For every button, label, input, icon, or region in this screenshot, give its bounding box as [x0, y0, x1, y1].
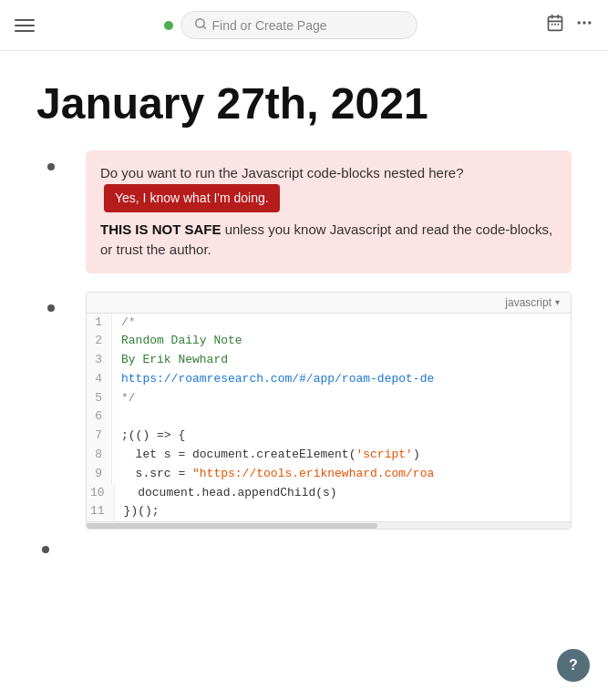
code-line: 8 let s = document.createElement('script… — [87, 446, 571, 465]
code-block: javascript 1/*2Random Daily Note3By Erik… — [86, 292, 572, 530]
page-title: January 27th, 2021 — [36, 78, 572, 129]
svg-point-10 — [582, 21, 585, 24]
header-right — [546, 14, 593, 36]
search-bar[interactable]: Find or Create Page — [180, 11, 417, 39]
line-number: 9 — [87, 465, 112, 484]
code-line: 4https://roamresearch.com/#/app/roam-dep… — [87, 370, 571, 389]
app-header: Find or Create Page — [0, 0, 608, 51]
line-code: Random Daily Note — [112, 332, 242, 351]
calendar-icon[interactable] — [546, 14, 564, 36]
svg-point-9 — [578, 21, 581, 24]
line-code: document.head.appendChild(s) — [115, 484, 337, 503]
code-area: 1/*2Random Daily Note3By Erik Newhard4ht… — [87, 314, 571, 522]
code-line: 10 document.head.appendChild(s) — [87, 484, 571, 503]
line-number: 1 — [87, 314, 112, 333]
line-code: let s = document.createElement('script') — [112, 446, 420, 465]
line-code: s.src = "https://tools.eriknewhard.com/r… — [112, 465, 434, 484]
line-code: ;(() => { — [112, 427, 185, 446]
line-code: https://roamresearch.com/#/app/roam-depo… — [112, 370, 434, 389]
svg-point-11 — [588, 21, 591, 24]
bottom-bullet-dot — [42, 546, 49, 553]
header-left — [15, 19, 35, 32]
line-number: 3 — [87, 351, 112, 370]
svg-line-1 — [202, 26, 205, 29]
code-line: 11})(); — [87, 502, 571, 521]
bullet-code — [47, 304, 55, 312]
code-line: 7;(() => { — [87, 427, 571, 446]
line-number: 10 — [87, 484, 115, 503]
code-line: 5*/ — [87, 389, 571, 408]
warning-safety: THIS IS NOT SAFE unless you know Javascr… — [100, 220, 557, 261]
line-code: /* — [112, 314, 136, 333]
code-line: 2Random Daily Note — [87, 332, 571, 351]
line-number: 5 — [87, 389, 112, 408]
confirm-button[interactable]: Yes, I know what I'm doing. — [104, 184, 280, 212]
line-number: 6 — [87, 407, 112, 427]
line-number: 4 — [87, 370, 112, 389]
bullet-warning — [47, 163, 55, 170]
search-input[interactable]: Find or Create Page — [212, 18, 327, 33]
menu-button[interactable] — [15, 19, 35, 32]
header-center: Find or Create Page — [35, 11, 546, 39]
line-number: 2 — [87, 332, 112, 351]
code-header: javascript — [87, 293, 571, 314]
line-number: 7 — [87, 427, 112, 446]
line-number: 11 — [87, 502, 115, 521]
code-line: 6 — [87, 407, 571, 427]
code-line: 3By Erik Newhard — [87, 351, 571, 370]
code-line: 9 s.src = "https://tools.eriknewhard.com… — [87, 465, 571, 484]
warning-bold: THIS IS NOT SAFE — [100, 221, 222, 237]
help-button[interactable]: ? — [557, 649, 590, 682]
line-code: By Erik Newhard — [112, 351, 228, 370]
line-number: 8 — [87, 446, 112, 465]
more-options-icon[interactable] — [575, 14, 593, 36]
status-dot — [164, 21, 173, 30]
code-scrollbar[interactable] — [87, 521, 571, 529]
line-code: */ — [112, 389, 136, 408]
line-code: })(); — [115, 502, 160, 521]
main-content: January 27th, 2021 Do you want to run th… — [0, 51, 608, 590]
warning-text: Do you want to run the Javascript code-b… — [100, 163, 557, 212]
language-selector[interactable]: javascript — [505, 296, 560, 309]
search-icon — [194, 17, 207, 33]
code-scrollbar-thumb — [87, 523, 377, 529]
bottom-bullet — [42, 546, 572, 553]
code-line: 1/* — [87, 314, 571, 333]
warning-pre-text: Do you want to run the Javascript code-b… — [100, 165, 464, 180]
warning-block: Do you want to run the Javascript code-b… — [86, 150, 572, 273]
